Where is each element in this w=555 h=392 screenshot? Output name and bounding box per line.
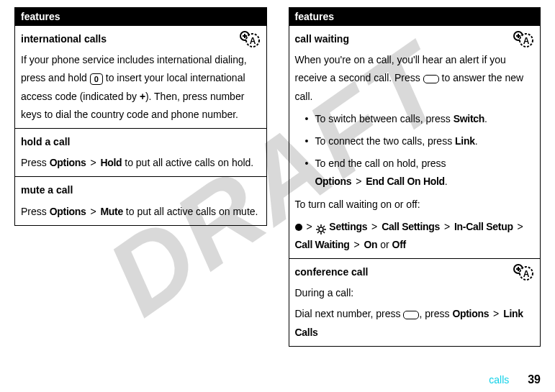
section-label: calls	[489, 374, 509, 386]
feature-title: hold a call	[21, 133, 261, 151]
features-table-left: features A international calls If your p…	[14, 7, 267, 226]
body-text: Press	[21, 157, 50, 168]
action-label: Mute	[100, 206, 122, 217]
send-key-icon	[403, 311, 419, 319]
plus-sign: +	[140, 91, 145, 102]
body-text: to put all active calls on hold.	[122, 157, 253, 168]
carrier-badge-icon: A	[513, 263, 534, 281]
nav-path: > Settings > Call Settings > In-Call Set…	[295, 218, 535, 254]
key-zero-icon: 0	[90, 73, 103, 85]
page-number: 39	[528, 373, 541, 386]
feature-cell-mute-call: mute a call Press Options > Mute to put …	[15, 177, 267, 225]
feature-title: conference call	[295, 263, 535, 281]
svg-line-17	[317, 232, 319, 233]
left-column: features A international calls If your p…	[14, 7, 267, 347]
center-key-icon	[295, 224, 302, 231]
body-text: Dial next number, press , press Options …	[295, 305, 535, 341]
feature-cell-hold-call: hold a call Press Options > Hold to put …	[15, 128, 267, 176]
svg-line-16	[323, 232, 325, 233]
body-text: To turn call waiting on or off:	[295, 196, 535, 214]
feature-cell-conference-call: A conference call During a call: Dial ne…	[289, 259, 541, 347]
features-table-right: features A call waiting When you're on a…	[289, 7, 541, 347]
svg-line-18	[323, 226, 325, 227]
options-label: Options	[50, 206, 86, 217]
table-header: features	[15, 8, 267, 26]
carrier-badge-icon: A	[513, 30, 534, 48]
options-label: Options	[50, 157, 86, 168]
action-label: Hold	[100, 157, 122, 168]
gt-icon: >	[90, 203, 96, 221]
carrier-badge-icon: A	[239, 30, 261, 48]
settings-gear-icon	[316, 222, 326, 232]
page-content: features A international calls If your p…	[0, 0, 555, 347]
svg-text:A: A	[523, 269, 530, 279]
svg-text:A: A	[249, 36, 256, 46]
right-column: features A call waiting When you're on a…	[289, 7, 541, 347]
feature-cell-call-waiting: A call waiting When you're on a call, yo…	[289, 26, 541, 259]
svg-point-10	[319, 227, 323, 232]
svg-line-15	[317, 226, 319, 227]
bullet-list: To switch between calls, press Switch. T…	[295, 110, 535, 191]
page-footer: calls 39	[489, 373, 541, 386]
body-text: During a call:	[295, 284, 535, 302]
feature-title: call waiting	[295, 30, 535, 48]
list-item: To end the call on hold, press Options >…	[305, 155, 535, 191]
feature-title: mute a call	[21, 181, 261, 199]
feature-cell-international-calls: A international calls If your phone serv…	[15, 26, 267, 129]
body-text: Press	[21, 206, 50, 217]
list-item: To switch between calls, press Switch.	[305, 110, 535, 128]
gt-icon: >	[90, 154, 96, 172]
svg-text:A: A	[523, 36, 530, 46]
send-key-icon	[423, 75, 439, 83]
list-item: To connect the two calls, press Link.	[305, 132, 535, 150]
feature-title: international calls	[21, 30, 261, 48]
table-header: features	[289, 8, 541, 26]
body-text: to put all active calls on mute.	[123, 206, 258, 217]
